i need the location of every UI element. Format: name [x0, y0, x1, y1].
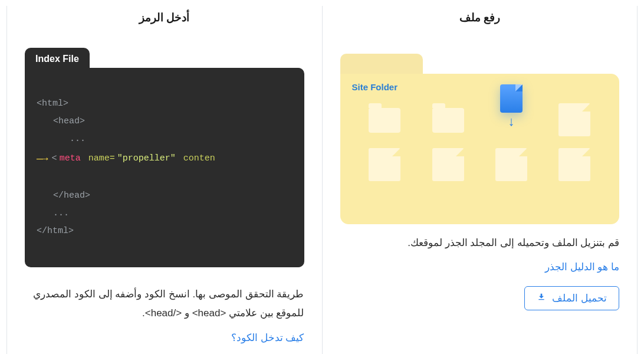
insert-code-title: أدخل الرمز: [25, 11, 304, 24]
mini-file-icon: [369, 148, 400, 181]
mini-file-icon: [432, 148, 464, 181]
code-preview: Index File <html> <head> ... —→ <meta na…: [25, 48, 304, 267]
download-file-button-label: تحميل الملف: [552, 292, 607, 304]
upload-file-description: قم بتنزيل الملف وتحميله إلى المجلد الجذر…: [340, 234, 620, 253]
drop-target-icon: ↓: [495, 103, 527, 136]
incoming-file-icon: [500, 84, 523, 113]
insert-code-help-link[interactable]: كيف تدخل الكود؟: [25, 332, 304, 344]
arrow-down-icon: ↓: [508, 114, 514, 129]
mini-folder-icon: [369, 103, 400, 136]
insert-code-card: أدخل الرمز Index File <html> <head> ... …: [6, 6, 323, 354]
highlighted-code-line: —→ <meta name="propeller" conten: [25, 148, 304, 169]
mini-folder-icon: [432, 103, 464, 136]
upload-file-help-link[interactable]: ما هو الدليل الجذر: [340, 261, 620, 273]
download-file-button[interactable]: تحميل الملف: [524, 286, 619, 310]
code-body: <html> <head> ... —→ <meta name="propell…: [25, 68, 304, 267]
folder-illustration: Site Folder ↓: [340, 54, 620, 213]
mini-file-icon: [558, 148, 590, 181]
download-icon: [537, 292, 546, 304]
code-file-label: Index File: [25, 48, 90, 68]
insert-code-description: طريقة التحقق الموصى بها. انسخ الكود وأضف…: [25, 285, 304, 323]
mini-file-icon: [495, 148, 527, 181]
upload-file-title: رفع ملف: [340, 11, 620, 24]
upload-file-card: رفع ملف Site Folder ↓: [323, 6, 638, 354]
mini-file-icon: [558, 103, 590, 136]
site-folder-label: Site Folder: [352, 82, 608, 92]
arrow-right-icon: —→: [37, 148, 47, 169]
